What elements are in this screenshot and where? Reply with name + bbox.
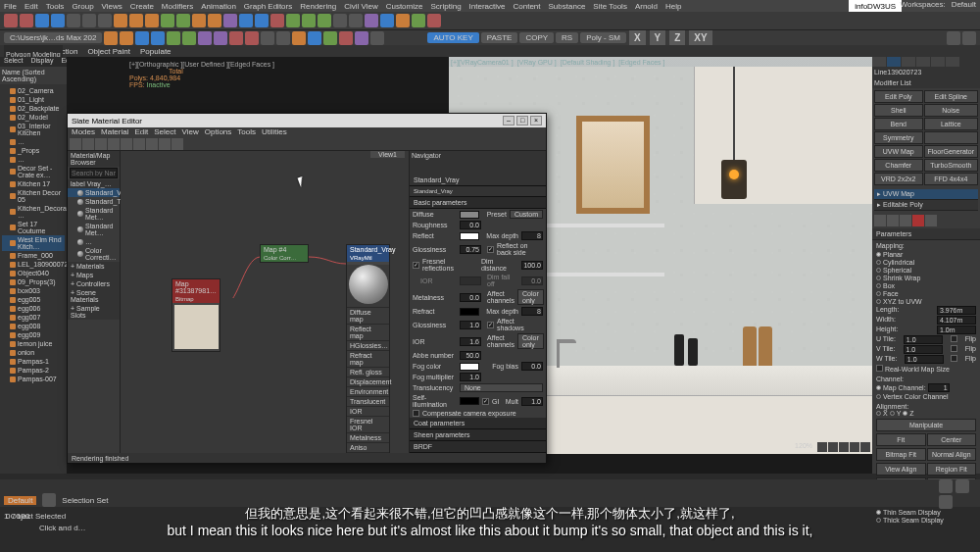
mat-cat-maps[interactable]: + Maps	[68, 271, 120, 279]
tb2-icon-6[interactable]	[182, 31, 196, 45]
coat-params-header[interactable]: Coat parameters	[410, 418, 546, 429]
mat-cat-samples[interactable]: + Sample Slots	[68, 304, 120, 320]
copy-button[interactable]: COPY	[519, 32, 554, 43]
metalness-input[interactable]	[460, 293, 481, 302]
outliner-item[interactable]: box003	[2, 286, 65, 295]
wtile-input[interactable]	[905, 355, 944, 364]
vp-ctrl-5-icon[interactable]	[860, 442, 870, 452]
affect-shadows-checkbox[interactable]	[487, 322, 494, 328]
slate-menu-edit[interactable]: Edit	[134, 127, 148, 137]
outliner-item[interactable]: 02_Camera	[2, 86, 65, 95]
tb2-icon-3[interactable]	[135, 31, 149, 45]
show-map-icon[interactable]	[133, 138, 145, 150]
menu-modifiers[interactable]: Modifiers	[162, 2, 193, 11]
colorcorrect-node[interactable]: Map #4 Color Corr…	[260, 244, 309, 263]
refl-back-checkbox[interactable]	[487, 246, 494, 253]
outliner-item[interactable]: 03_Interior Kitchen	[2, 122, 65, 137]
angle-snap-icon[interactable]	[176, 14, 190, 27]
fresnel-checkbox[interactable]	[413, 262, 419, 269]
mat-entry-1[interactable]: Standard_Vra…	[68, 188, 120, 197]
menu-tools[interactable]: Tools	[46, 2, 65, 11]
axis-x-button[interactable]: X	[629, 30, 646, 45]
remove-mod-icon[interactable]	[912, 215, 924, 226]
cmd-tab-display-icon[interactable]	[931, 57, 945, 67]
material-search-input[interactable]	[70, 168, 118, 178]
modifier-list-dropdown[interactable]: Modifier List	[872, 77, 980, 88]
link-icon[interactable]	[35, 14, 49, 27]
material-node-slot[interactable]: Refl. gloss	[347, 367, 389, 376]
slate-navigator[interactable]: Navigator	[410, 151, 546, 175]
slate-menu-view[interactable]: View	[182, 127, 199, 137]
tb2-icon-1[interactable]	[104, 31, 118, 45]
move-icon[interactable]	[114, 14, 127, 27]
fog-bias-input[interactable]	[521, 362, 543, 371]
cmd-tab-hierarchy-icon[interactable]	[902, 57, 915, 67]
menu-group[interactable]: Group	[72, 2, 93, 11]
mat-entry-6[interactable]: Color Correcti…	[68, 246, 120, 262]
menu-animation[interactable]: Animation	[201, 2, 236, 11]
modifier-button[interactable]: TurboSmooth	[924, 159, 978, 172]
outliner-item[interactable]: egg005	[2, 295, 65, 304]
manipulate-button[interactable]: Manipulate	[876, 419, 976, 431]
vtile-input[interactable]	[904, 345, 943, 354]
slate-tool-9-icon[interactable]	[172, 138, 183, 150]
tool-extra-2-icon[interactable]	[349, 14, 363, 27]
axis-xy-button[interactable]: XY	[689, 30, 711, 45]
render-setup-icon[interactable]	[286, 14, 300, 27]
slate-titlebar[interactable]: Slate Material Editor – □ ×	[68, 114, 546, 127]
preset-dropdown[interactable]: Custom	[510, 210, 543, 219]
tb2-icon-16[interactable]	[339, 31, 353, 45]
modifier-stack-item[interactable]: ▸ UVW Map	[874, 189, 978, 200]
menu-file[interactable]: File	[4, 2, 17, 11]
tb2-icon-12[interactable]	[276, 31, 290, 45]
tb2-icon-7[interactable]	[198, 31, 212, 45]
render-icon[interactable]	[318, 14, 331, 27]
timeline-slider[interactable]	[0, 479, 980, 493]
mapping-mode-radio[interactable]: Box	[876, 282, 976, 289]
reflect-swatch[interactable]	[460, 232, 479, 240]
roughness-input[interactable]	[460, 221, 481, 229]
modifier-button[interactable]: Bend	[874, 118, 923, 130]
basic-params-header[interactable]: Basic parameters	[410, 197, 546, 209]
slate-menu-select[interactable]: Select	[154, 127, 175, 137]
outliner-item[interactable]: lemon juice	[2, 339, 65, 348]
workspaces-value[interactable]: Default	[952, 0, 976, 9]
refr-depth-input[interactable]	[521, 307, 543, 316]
slate-node-view[interactable]: View1 Map #31387981… Bitmap Map #4 Color…	[121, 151, 409, 453]
modifier-button[interactable]: VRD 2x2x2	[874, 173, 923, 185]
vraymtl-node[interactable]: Standard_Vray VRayMtl Diffuse mapReflect…	[346, 244, 390, 453]
slate-menu-modes[interactable]: Modes	[72, 127, 95, 137]
fog-mult-input[interactable]	[460, 373, 481, 381]
outliner-item[interactable]: Pampas-007	[2, 375, 65, 383]
material-node-slot[interactable]: Diffuse map	[347, 307, 389, 324]
mapping-mode-radio[interactable]: Cylindrical	[876, 259, 976, 266]
tb2-right-1-icon[interactable]	[947, 31, 960, 45]
material-node-slot[interactable]: Reflect map	[347, 324, 389, 340]
vp-ctrl-4-icon[interactable]	[850, 442, 859, 452]
unlink-icon[interactable]	[51, 14, 65, 27]
bitmap-node[interactable]: Map #31387981… Bitmap	[172, 278, 220, 352]
region-fit-button[interactable]: Region Fit	[927, 463, 977, 476]
tb2-right-2-icon[interactable]	[962, 31, 976, 45]
outliner-item[interactable]: Pampas-2	[2, 366, 65, 375]
height-input[interactable]	[937, 326, 976, 334]
select-name-icon[interactable]	[82, 14, 96, 27]
tb2-icon-13[interactable]	[292, 31, 306, 45]
mat-entry-2[interactable]: Standard_Tiles…	[68, 197, 120, 206]
pan-icon[interactable]	[939, 479, 953, 493]
tool-extra-3-icon[interactable]	[365, 14, 378, 27]
viewport-nav-controls[interactable]	[939, 479, 978, 507]
bitmap-fit-button[interactable]: Bitmap Fit	[876, 448, 926, 461]
modifier-button[interactable]: Chamfer	[874, 159, 923, 172]
menu-civilview[interactable]: Civil View	[344, 2, 378, 11]
cmd-tab-utilities-icon[interactable]	[946, 57, 959, 67]
menu-edit[interactable]: Edit	[24, 2, 38, 11]
close-icon[interactable]: ×	[530, 116, 542, 125]
axis-z-button[interactable]: Z	[669, 30, 685, 45]
outliner-item[interactable]: Kitchen Decor 05	[2, 188, 65, 204]
mat-cat-controllers[interactable]: + Controllers	[68, 279, 120, 288]
select-region-icon[interactable]	[98, 14, 112, 27]
selection-set-label[interactable]: Selection Set	[62, 496, 108, 505]
menu-interactive[interactable]: Interactive	[469, 2, 506, 11]
translucency-dropdown[interactable]: None	[460, 383, 543, 392]
